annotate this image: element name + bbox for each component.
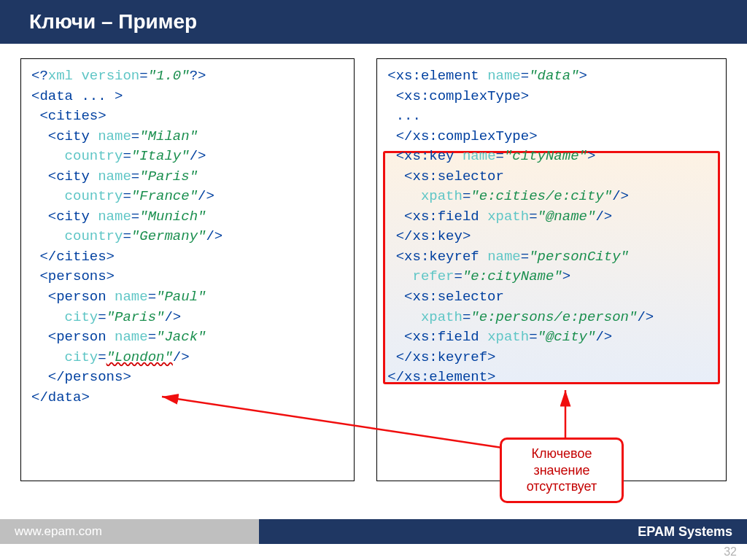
footer-brand: EPAM Systems	[259, 519, 747, 544]
title-text: Ключи – Пример	[29, 10, 197, 34]
content-area: <?xml version="1.0"?> <data ... > <citie…	[0, 44, 747, 481]
slide-title: Ключи – Пример	[0, 0, 747, 44]
callout-text: Ключевое значение отсутствует	[527, 446, 597, 494]
right-code: <xs:element name="data"> <xs:complexType…	[387, 66, 716, 388]
left-code-box: <?xml version="1.0"?> <data ... > <citie…	[20, 58, 355, 481]
callout-box: Ключевое значение отсутствует	[500, 438, 624, 503]
left-code: <?xml version="1.0"?> <data ... > <citie…	[31, 66, 344, 408]
footer-bar: www.epam.com EPAM Systems	[0, 519, 747, 544]
right-code-box: <xs:element name="data"> <xs:complexType…	[376, 58, 727, 481]
page-number: 32	[724, 545, 737, 559]
footer-url: www.epam.com	[0, 519, 259, 544]
